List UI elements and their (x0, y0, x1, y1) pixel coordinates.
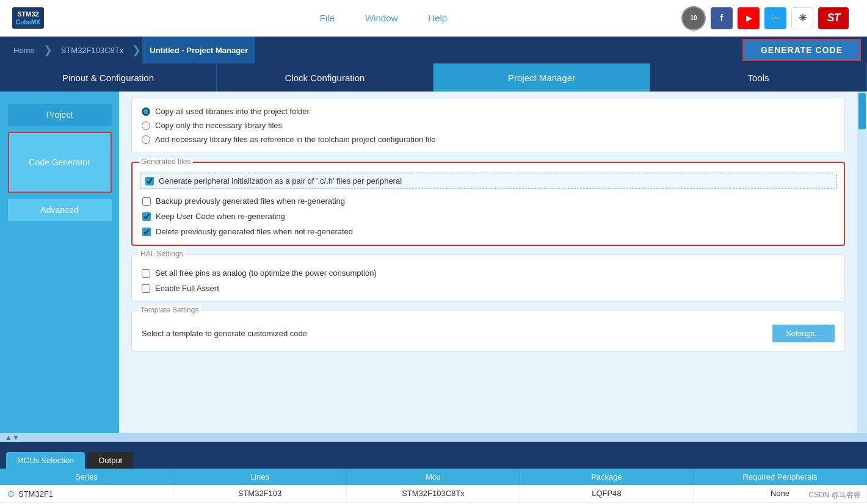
breadcrumb-arrow-2: ❯ (132, 43, 141, 57)
breadcrumb-arrow-1: ❯ (43, 43, 53, 57)
breadcrumb-bar: Home ❯ STM32F103C8Tx ❯ Untitled - Projec… (0, 37, 867, 63)
settings-button[interactable]: Settings... (772, 325, 835, 342)
checkbox-keep-user-code-input[interactable] (142, 212, 151, 221)
network-icon[interactable]: ✳ (791, 7, 813, 29)
checkbox-free-pins[interactable]: Set all free pins as analog (to optimize… (142, 268, 835, 278)
header-series: Series (0, 469, 173, 485)
content-area: Copy all used libraries into the project… (119, 92, 857, 433)
library-radio-2[interactable] (142, 121, 150, 130)
twitter-icon[interactable]: 🐦 (764, 7, 786, 29)
header-lines: Lines (173, 469, 347, 485)
help-menu[interactable]: Help (428, 13, 447, 23)
main-layout: Project Code Generator Advanced Copy all… (0, 92, 867, 433)
template-row: Select a template to generate customized… (142, 325, 835, 342)
hal-checkboxes: Set all free pins as analog (to optimize… (142, 268, 835, 293)
window-menu[interactable]: Window (365, 13, 397, 23)
library-radio-group: Copy all used libraries into the project… (142, 107, 835, 144)
breadcrumb-home[interactable]: Home (6, 37, 42, 63)
checkbox-keep-user-code[interactable]: Keep User Code when re-generating (142, 212, 834, 221)
header-package: Package (520, 469, 694, 485)
scrollbar[interactable] (857, 92, 867, 433)
template-settings-section: Template Settings Select a template to g… (131, 311, 845, 351)
tab-project-manager[interactable]: Project Manager (434, 63, 650, 92)
header-peripherals: Required Peripherals (694, 469, 867, 485)
bottom-tab-mcus[interactable]: MCUs Selection (6, 452, 85, 469)
sidebar-item-project[interactable]: Project (8, 104, 112, 126)
checkbox-full-assert-input[interactable] (142, 284, 150, 293)
menu-items: File Window Help (85, 13, 681, 23)
breadcrumb-chip[interactable]: STM32F103C8Tx (54, 37, 131, 63)
header-mcu: Mcu (347, 469, 520, 485)
cell-lines: STM32F103 (173, 485, 347, 502)
tab-pinout[interactable]: Pinout & Configuration (0, 63, 217, 92)
table-row: ⊙ STM32F1 STM32F103 STM32F103C8Tx LQFP48… (0, 485, 867, 503)
bottom-tabs: MCUs Selection Output (0, 442, 867, 469)
bottom-tab-output[interactable]: Output (87, 452, 133, 469)
checkbox-delete-previous-input[interactable] (142, 228, 151, 236)
library-option-3[interactable]: Add necessary library files as reference… (142, 135, 835, 144)
template-label: Select a template to generate customized… (142, 329, 760, 338)
output-table-header: Series Lines Mcu Package Required Periph… (0, 469, 867, 485)
generated-files-section: Generated files Generate peripheral init… (131, 162, 845, 246)
anniversary-icon: 10 (681, 6, 706, 31)
logo-area: STM32CubeMX (12, 3, 67, 34)
scrollbar-thumb[interactable] (858, 93, 866, 129)
library-section: Copy all used libraries into the project… (131, 98, 845, 153)
checkbox-generate-peripheral[interactable]: Generate peripheral initialization as a … (145, 176, 831, 185)
watermark: CSDN @马睿睿 (808, 490, 861, 500)
resize-arrows-icon: ▲▼ (5, 433, 20, 442)
checkbox-backup-input[interactable] (142, 197, 151, 206)
generate-code-button[interactable]: GENERATE CODE (744, 40, 860, 60)
output-table: Series Lines Mcu Package Required Periph… (0, 469, 867, 504)
tab-bar: Pinout & Configuration Clock Configurati… (0, 63, 867, 92)
sidebar: Project Code Generator Advanced (0, 92, 119, 433)
sidebar-item-code-generator[interactable]: Code Generator (8, 132, 112, 193)
library-radio-1[interactable] (142, 107, 150, 116)
library-radio-3[interactable] (142, 135, 150, 144)
resize-handle[interactable]: ▲▼ (0, 433, 867, 442)
youtube-icon[interactable]: ▶ (738, 7, 760, 29)
series-check-icon: ⊙ (7, 489, 15, 499)
library-option-1[interactable]: Copy all used libraries into the project… (142, 107, 835, 116)
file-menu[interactable]: File (320, 13, 335, 23)
cell-package: LQFP48 (520, 485, 694, 502)
checkbox-delete-previous[interactable]: Delete previously generated files when n… (142, 227, 834, 236)
sidebar-item-advanced[interactable]: Advanced (8, 199, 112, 221)
facebook-icon[interactable]: f (711, 7, 733, 29)
cell-series: ⊙ STM32F1 (0, 485, 173, 502)
generated-files-legend: Generated files (139, 157, 193, 166)
breadcrumb-project[interactable]: Untitled - Project Manager (142, 37, 255, 63)
generate-code-wrapper: GENERATE CODE (742, 39, 861, 61)
checkbox-generate-peripheral-input[interactable] (145, 177, 154, 185)
checkbox-free-pins-input[interactable] (142, 269, 150, 278)
template-settings-legend: Template Settings (138, 306, 201, 314)
generated-files-checkboxes: Generate peripheral initialization as a … (142, 175, 834, 236)
hal-settings-section: HAL Settings Set all free pins as analog… (131, 254, 845, 302)
generate-peripheral-row: Generate peripheral initialization as a … (140, 173, 836, 189)
hal-settings-legend: HAL Settings (138, 250, 186, 258)
checkbox-full-assert[interactable]: Enable Full Assert (142, 284, 835, 293)
stm32-logo: STM32CubeMX (12, 7, 44, 29)
social-icons: 10 f ▶ 🐦 ✳ ST (681, 6, 849, 31)
menu-bar: STM32CubeMX File Window Help 10 f ▶ 🐦 ✳ … (0, 0, 867, 37)
checkbox-backup[interactable]: Backup previously generated files when r… (142, 196, 834, 206)
tab-tools[interactable]: Tools (650, 63, 867, 92)
library-option-2[interactable]: Copy only the necessary library files (142, 121, 835, 130)
tab-clock[interactable]: Clock Configuration (217, 63, 434, 92)
st-logo: ST (818, 7, 849, 29)
cell-mcu: STM32F103C8Tx (347, 485, 520, 502)
